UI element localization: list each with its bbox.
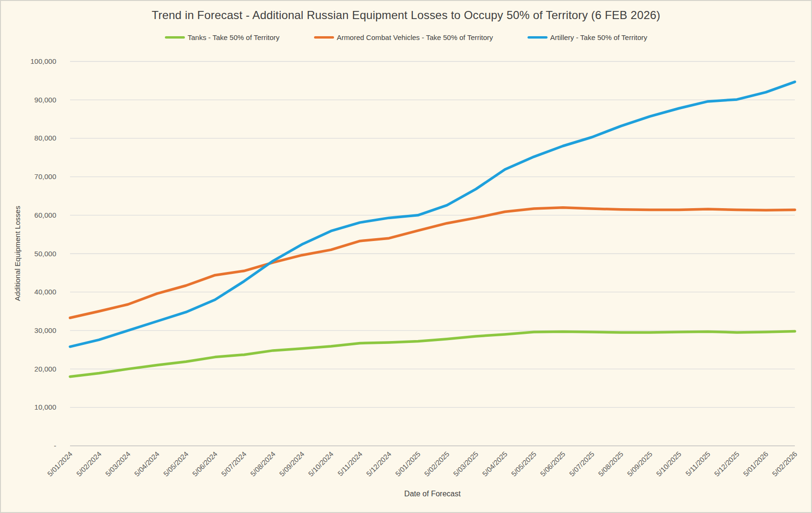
x-tick-label: 5/06/2025 (538, 450, 567, 478)
y-tick-label: 70,000 (34, 172, 56, 181)
y-tick-label: 100,000 (30, 57, 56, 65)
series-line-artillery (70, 82, 795, 347)
x-tick-label: 5/03/2025 (452, 450, 480, 478)
series-line-armored-combat-vehicles (70, 208, 795, 318)
y-tick-label: 40,000 (34, 288, 56, 296)
x-tick-label: 5/01/2024 (46, 450, 74, 478)
chart-plot-area: -10,00020,00030,00040,00050,00060,00070,… (1, 1, 812, 513)
x-tick-label: 5/09/2024 (278, 450, 306, 478)
y-tick-label: 80,000 (34, 134, 56, 142)
x-tick-label: 5/05/2025 (509, 450, 538, 478)
series-line-tanks (70, 332, 795, 377)
x-tick-label: 5/04/2025 (481, 450, 509, 478)
x-tick-label: 5/02/2024 (75, 450, 103, 478)
x-tick-label: 5/12/2025 (712, 450, 741, 478)
y-axis-tick-labels: -10,00020,00030,00040,00050,00060,00070,… (30, 57, 56, 450)
y-tick-label: - (54, 442, 56, 450)
y-tick-label: 60,000 (34, 211, 56, 219)
x-tick-label: 5/03/2024 (104, 450, 132, 478)
x-tick-label: 5/04/2024 (132, 450, 161, 478)
x-tick-label: 5/11/2024 (336, 450, 364, 477)
x-axis-title: Date of Forecast (70, 490, 795, 498)
chart-frame: Trend in Forecast - Additional Russian E… (0, 0, 812, 513)
x-tick-label: 5/12/2024 (365, 450, 393, 478)
x-tick-label: 5/05/2024 (162, 450, 190, 478)
y-tick-label: 90,000 (34, 96, 56, 104)
y-tick-label: 10,000 (34, 403, 56, 411)
x-tick-label: 5/07/2024 (220, 450, 248, 478)
x-tick-label: 5/09/2025 (626, 450, 654, 478)
y-tick-label: 50,000 (34, 250, 56, 258)
x-tick-label: 5/10/2025 (655, 450, 683, 478)
x-tick-label: 5/07/2025 (568, 450, 596, 478)
x-tick-label: 5/08/2025 (597, 450, 625, 478)
gridlines (70, 61, 795, 446)
x-tick-label: 5/01/2026 (741, 450, 770, 478)
y-tick-label: 30,000 (34, 326, 56, 334)
x-tick-label: 5/06/2024 (191, 450, 219, 478)
x-axis-tick-labels: 5/01/20245/02/20245/03/20245/04/20245/05… (46, 450, 799, 478)
series-lines (70, 82, 795, 377)
x-tick-label: 5/01/2025 (394, 450, 422, 478)
x-tick-label: 5/02/2026 (771, 450, 799, 478)
y-axis-title: Additional Equipment Losses (13, 206, 21, 301)
x-tick-label: 5/10/2024 (306, 450, 335, 478)
x-tick-label: 5/02/2025 (423, 450, 451, 478)
x-tick-label: 5/08/2024 (249, 450, 277, 478)
y-tick-label: 20,000 (34, 365, 56, 373)
x-tick-label: 5/11/2025 (684, 450, 711, 477)
